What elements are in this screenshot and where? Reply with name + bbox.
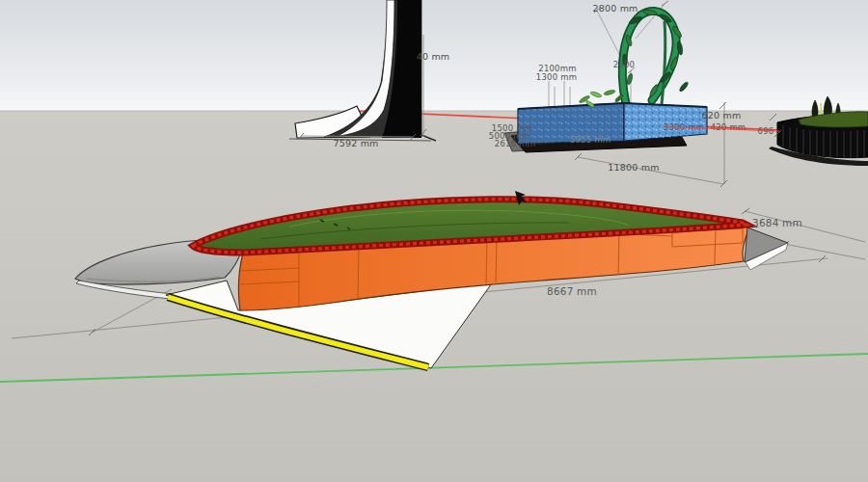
dim-label-tower-height[interactable]: 40 mm [417,51,450,62]
dim-label-tower-base[interactable]: 7592 mm [333,138,378,148]
dim-label-planter-b[interactable]: 1300 mm [536,72,577,82]
dim-label-deck-c[interactable]: 2616 mm [495,139,535,148]
scene-canvas [0,0,868,482]
dim-label-island-width[interactable]: 3684 mm [752,217,802,228]
dim-label-sculpture-arc[interactable]: 2600 [613,60,635,69]
model-viewport[interactable]: 40 mm 7592 mm 2800 mm 2100mm 1300 mm 260… [0,0,868,482]
dim-label-pool-height[interactable]: 620 mm [702,110,742,120]
dim-label-deck-hidden[interactable]: 5955 mm [570,135,610,145]
dim-label-sculpture-height[interactable]: 2800 mm [592,3,637,13]
dim-label-island-length[interactable]: 8667 mm [547,285,597,297]
dim-label-deck-length[interactable]: 11800 mm [608,162,659,173]
